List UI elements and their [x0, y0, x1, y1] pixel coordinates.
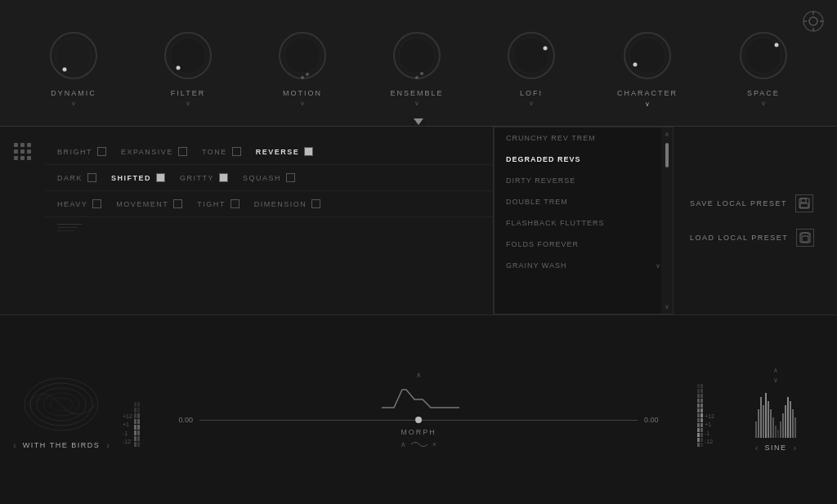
- morph-up-arrow[interactable]: ∧: [416, 371, 422, 379]
- space-knob-group: SPACE ∨: [735, 27, 792, 107]
- right-meter-bars: [697, 390, 703, 447]
- scroll-up-arrow[interactable]: ∧: [661, 127, 673, 141]
- preset-item-double[interactable]: DOUBLE TREM: [495, 191, 673, 212]
- preset-item-crunchy[interactable]: CRUNCHY REV TREM: [495, 127, 673, 149]
- svg-point-15: [513, 38, 549, 74]
- lofi-knob-group: LOFI ∨: [503, 27, 560, 107]
- tag-shifted[interactable]: SHIFTED: [111, 173, 165, 182]
- dynamic-chevron: ∨: [71, 100, 76, 107]
- right-next-button[interactable]: ›: [794, 443, 797, 453]
- info-line: [57, 227, 78, 228]
- tag-dark-checkbox[interactable]: [87, 173, 96, 182]
- tag-row-2: DARK SHIFTED GRITTY SQUASH: [45, 165, 493, 191]
- tag-dark-label: DARK: [57, 174, 83, 182]
- scroll-down-arrow[interactable]: ∨: [661, 300, 673, 314]
- grid-dot: [20, 149, 25, 154]
- load-icon: [796, 229, 814, 247]
- motion-knob[interactable]: [274, 27, 331, 84]
- svg-point-1: [56, 38, 92, 74]
- tag-tight-checkbox[interactable]: [231, 199, 239, 208]
- morph-slider[interactable]: [199, 420, 638, 421]
- tag-squash-label: SQUASH: [243, 174, 281, 182]
- space-label: SPACE: [747, 89, 780, 97]
- svg-point-13: [420, 72, 423, 75]
- tag-dimension-checkbox[interactable]: [311, 199, 320, 208]
- preset-item-degraded[interactable]: DEGRADED REVS: [495, 149, 673, 170]
- svg-point-19: [633, 62, 637, 66]
- morph-prev-icon[interactable]: ∧: [401, 440, 406, 448]
- tag-bright[interactable]: BRIGHT: [57, 147, 106, 156]
- svg-point-22: [774, 43, 778, 47]
- morph-thumb[interactable]: [415, 417, 422, 423]
- preset-item-dirty[interactable]: DIRTY REVERSE: [495, 170, 673, 191]
- save-icon: [795, 194, 813, 212]
- preset-item-grainy[interactable]: GRAINY WASH ∨: [495, 255, 673, 276]
- tag-reverse-label: REVERSE: [256, 148, 300, 156]
- right-prev-button[interactable]: ‹: [755, 443, 759, 453]
- motion-knob-group: MOTION ∨: [274, 27, 331, 107]
- svg-rect-32: [800, 203, 808, 207]
- svg-point-5: [176, 66, 180, 70]
- tag-heavy[interactable]: HEAVY: [57, 199, 101, 208]
- tag-reverse[interactable]: REVERSE: [256, 147, 314, 156]
- lofi-knob[interactable]: [503, 27, 560, 84]
- grid-dot: [20, 143, 25, 147]
- character-knob[interactable]: [619, 27, 676, 84]
- svg-point-24: [809, 17, 817, 25]
- tag-tight[interactable]: TIGHT: [197, 199, 239, 208]
- tag-dimension-label: DIMENSION: [254, 200, 307, 208]
- tag-dimension[interactable]: DIMENSION: [254, 199, 321, 208]
- space-knob[interactable]: [735, 27, 792, 84]
- morph-next-icon[interactable]: ×: [432, 440, 436, 448]
- scroll-thumb[interactable]: [665, 143, 669, 167]
- tag-tone-checkbox[interactable]: [232, 147, 241, 156]
- grid-icon[interactable]: [14, 143, 31, 160]
- scroll-down-icon: ∨: [656, 262, 661, 270]
- tag-heavy-checkbox[interactable]: [92, 199, 101, 208]
- preset-scrollbar[interactable]: ∧ ∨: [661, 127, 673, 314]
- grid-dot: [27, 156, 31, 160]
- svg-point-16: [543, 47, 547, 51]
- tag-gritty[interactable]: GRITTY: [180, 173, 228, 182]
- preset-item-flashback[interactable]: FLASHBACK FLUTTERS: [495, 212, 673, 234]
- ensemble-chevron: ∨: [414, 100, 419, 107]
- svg-point-4: [170, 38, 206, 74]
- svg-point-9: [306, 73, 309, 76]
- morph-label: MORPH: [401, 428, 436, 436]
- grid-dot: [14, 149, 18, 154]
- morph-wave-icon: [411, 440, 427, 448]
- tag-expansive-checkbox[interactable]: [178, 147, 187, 156]
- tag-tone[interactable]: TONE: [202, 147, 241, 156]
- left-instrument-section: ‹ WITH THE BIRDS ›: [12, 370, 110, 450]
- tag-squash[interactable]: SQUASH: [243, 173, 295, 182]
- motion-chevron: ∨: [300, 100, 305, 107]
- tag-movement[interactable]: MOVEMENT: [116, 199, 182, 208]
- left-next-button[interactable]: ›: [106, 440, 110, 450]
- tag-movement-checkbox[interactable]: [173, 199, 182, 208]
- load-preset-button[interactable]: LOAD LOCAL PRESET: [690, 229, 821, 247]
- morph-slider-row: 0.00 0.00: [178, 416, 658, 424]
- tag-gritty-checkbox[interactable]: [219, 173, 228, 182]
- grid-dot: [27, 149, 31, 154]
- tag-squash-checkbox[interactable]: [286, 173, 295, 182]
- left-waveform-display: [16, 370, 106, 435]
- dynamic-knob[interactable]: [45, 27, 102, 84]
- preset-item-folds[interactable]: FOLDS FOREVER: [495, 234, 673, 255]
- tag-shifted-checkbox[interactable]: [156, 173, 165, 182]
- settings-icon[interactable]: [802, 10, 825, 36]
- save-preset-button[interactable]: SAVE LOCAL PRESET: [690, 194, 821, 212]
- ensemble-knob[interactable]: [388, 27, 445, 84]
- right-down-arrow[interactable]: ∨: [773, 377, 778, 384]
- right-nav: ‹ SINE ›: [755, 443, 796, 453]
- svg-point-7: [284, 38, 320, 74]
- filter-knob[interactable]: [159, 27, 217, 84]
- tag-reverse-checkbox[interactable]: [304, 147, 313, 156]
- tag-bright-checkbox[interactable]: [97, 147, 106, 156]
- middle-section: BRIGHT EXPANSIVE TONE REVERSE: [0, 127, 837, 314]
- ensemble-label: ENSEMBLE: [390, 89, 443, 97]
- left-prev-button[interactable]: ‹: [13, 440, 16, 450]
- right-up-arrow[interactable]: ∧: [773, 367, 778, 374]
- tag-dark[interactable]: DARK: [57, 173, 96, 182]
- right-arrows: ∧ ∨: [773, 367, 778, 384]
- tag-expansive[interactable]: EXPANSIVE: [121, 147, 187, 156]
